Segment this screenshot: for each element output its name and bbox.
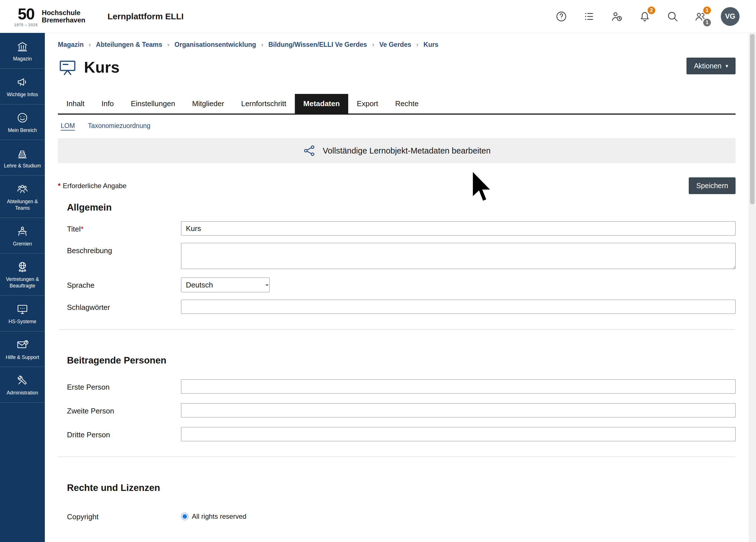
header-icon-bar: 2 1 1 VG [554,7,740,26]
tab-lernfortschritt[interactable]: Lernfortschritt [233,94,295,114]
required-asterisk: * [81,225,83,233]
mail-help-icon [16,339,28,351]
metadata-edit-banner-label: Vollständige Lernobjekt-Metadaten bearbe… [323,146,491,156]
sidebar-item-magazin[interactable]: Magazin [0,33,45,69]
sidebar-item-label: Mein Bereich [8,127,37,134]
sidebar-item-mein-bereich[interactable]: Mein Bereich [0,104,45,140]
sprache-select[interactable]: Deutsch [181,278,270,292]
section-beitragende-personen: Beitragende Personen Erste Person Zweite… [58,355,736,441]
subtab-taxonomiezuordnung[interactable]: Taxonomiezuordnung [88,122,150,130]
actions-button[interactable]: Aktionen ▾ [686,58,736,74]
notifications-badge: 2 [647,6,656,15]
copyright-radio-all-rights-reserved[interactable] [181,513,188,520]
tab-einstellungen[interactable]: Einstellungen [122,94,184,114]
tab-info[interactable]: Info [93,94,122,114]
globe-people-icon [16,261,28,273]
sidebar-item-vertretungen-beauftragte[interactable]: Vertretungen & Beauftragte [0,253,45,296]
todo-list-button[interactable] [582,9,597,24]
sidebar-item-label: HS-Systeme [9,318,36,325]
breadcrumb-item[interactable]: Abteilungen & Teams [96,41,162,49]
sidebar-item-hs-systeme[interactable]: HS-Systeme [0,296,45,331]
breadcrumb-item[interactable]: Bildung/Wissen/ELLI Ve Gerdes [268,41,367,49]
form-row-erste-person: Erste Person [67,379,736,394]
beschreibung-textarea[interactable] [181,243,736,269]
vertical-scrollbar [749,33,756,542]
page-title-row: Kurs Aktionen ▾ [58,58,736,77]
tools-icon [16,374,28,386]
tab-inhalt[interactable]: Inhalt [58,94,93,114]
sidebar-item-label: Lehre & Studium [4,163,41,169]
breadcrumb-separator: › [372,41,374,49]
contacts-button[interactable]: 1 1 [693,9,708,24]
required-hint-label: Erforderliche Angabe [63,182,126,190]
copyright-label: Copyright [67,509,181,521]
megaphone-icon [16,76,28,88]
metadata-edit-banner[interactable]: Vollständige Lernobjekt-Metadaten bearbe… [58,138,736,163]
tab-metadaten[interactable]: Metadaten [295,94,348,114]
tab-bar: Inhalt Info Einstellungen Mitglieder Ler… [58,94,736,115]
share-nodes-icon [303,144,316,157]
breadcrumb-separator: › [416,41,418,49]
sidebar-item-label: Hilfe & Support [6,354,39,361]
sidebar-item-gremien[interactable]: Gremien [0,218,45,254]
form-row-copyright: Copyright All rights reserved [67,509,736,521]
help-button[interactable] [554,9,569,24]
schlagwoerter-input[interactable] [181,300,736,314]
user-avatar[interactable]: VG [721,7,740,26]
tab-rechte[interactable]: Rechte [387,94,427,114]
tab-mitglieder[interactable]: Mitglieder [184,94,233,114]
section-heading-allgemein: Allgemein [67,202,736,213]
sidebar-item-wichtige-infos[interactable]: Wichtige Infos [0,69,45,104]
books-icon [16,147,28,159]
sidebar-item-label: Wichtige Infos [7,91,38,98]
form-row-dritte-person: Dritte Person [67,427,736,441]
sidebar-item-label: Abteilungen & Teams [2,198,43,211]
erste-person-label: Erste Person [67,379,181,392]
search-button[interactable] [665,9,680,24]
erste-person-input[interactable] [181,379,736,394]
breadcrumb: Magazin › Abteilungen & Teams › Organisa… [58,33,736,50]
logo-50-badge: 50 [18,6,34,22]
monitor-icon [16,303,28,315]
tab-export[interactable]: Export [348,94,387,114]
chevron-down-icon: ▾ [725,63,728,69]
breadcrumb-separator: › [89,41,91,49]
form-toolbar: *Erforderliche Angabe Speichern [58,177,736,194]
save-button[interactable]: Speichern [689,177,736,194]
notifications-button[interactable]: 2 [637,9,652,24]
university-logo[interactable]: 50 1975 – 2025 Hochschule Bremerhaven [14,6,85,27]
zweite-person-label: Zweite Person [67,403,181,415]
course-board-icon [58,58,77,77]
app-title: Lernplattform ELLI [108,12,184,21]
form-row-titel: Titel* [67,221,736,236]
breadcrumb-separator: › [261,41,263,49]
sidebar-item-label: Gremien [13,241,32,247]
titel-input[interactable] [181,221,736,236]
titel-label: Titel* [67,221,181,234]
sidebar-item-lehre-studium[interactable]: Lehre & Studium [0,140,45,176]
breadcrumb-item[interactable]: Magazin [58,41,84,49]
contacts-badge: 1 [702,6,712,15]
subtab-bar: LOM Taxonomiezuordnung [58,122,736,130]
awareness-button[interactable] [610,9,624,24]
people-icon [16,183,28,195]
committee-icon [16,225,28,237]
breadcrumb-item[interactable]: Organisationsentwicklung [175,41,256,49]
zweite-person-input[interactable] [181,403,736,417]
breadcrumb-separator: › [167,41,169,49]
breadcrumb-item[interactable]: Kurs [423,41,438,49]
sidebar-item-abteilungen-teams[interactable]: Abteilungen & Teams [0,176,45,218]
dritte-person-input[interactable] [181,427,736,441]
sidebar-item-label: Vertretungen & Beauftragte [2,276,43,289]
contacts-badge-secondary: 1 [702,18,712,27]
sidebar-item-label: Magazin [13,56,32,62]
question-circle-icon [555,10,567,22]
main-sidebar: Magazin Wichtige Infos Mein Bereich Lehr… [0,33,45,542]
form-row-zweite-person: Zweite Person [67,403,736,417]
form-row-beschreibung: Beschreibung [67,243,736,270]
sidebar-item-hilfe-support[interactable]: Hilfe & Support [0,331,45,367]
scrollbar-thumb[interactable] [750,34,755,204]
sidebar-item-administration[interactable]: Administration [0,367,45,403]
subtab-lom[interactable]: LOM [61,122,75,130]
breadcrumb-item[interactable]: Ve Gerdes [379,41,411,49]
